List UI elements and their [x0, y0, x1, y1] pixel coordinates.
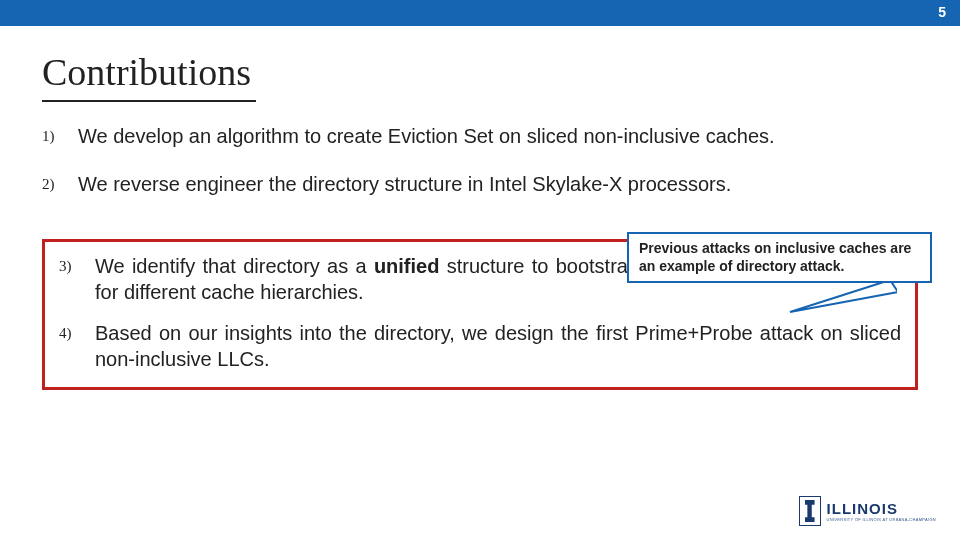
item-text: We develop an algorithm to create Evicti… [78, 124, 918, 150]
logo: ILLINOIS UNIVERSITY OF ILLINOIS AT URBAN… [799, 496, 936, 526]
list-item: 2) We reverse engineer the directory str… [42, 172, 918, 198]
logo-main-text: ILLINOIS [827, 501, 936, 516]
item-text: Based on our insights into the directory… [95, 321, 901, 372]
illinois-i-icon [799, 496, 821, 526]
item-text: We reverse engineer the directory struct… [78, 172, 918, 198]
item-number: 3) [59, 254, 95, 276]
callout-text: Previous attacks on inclusive caches are… [639, 240, 911, 274]
item-number: 1) [42, 124, 78, 146]
slide-title: Contributions [42, 50, 960, 94]
list-item: 1) We develop an algorithm to create Evi… [42, 124, 918, 150]
callout-box: Previous attacks on inclusive caches are… [627, 232, 932, 283]
list-item: 4) Based on our insights into the direct… [59, 321, 901, 372]
logo-text: ILLINOIS UNIVERSITY OF ILLINOIS AT URBAN… [827, 501, 936, 522]
header-bar: 5 [0, 0, 960, 26]
svg-marker-0 [790, 280, 898, 312]
bold-text: unified [374, 255, 440, 277]
item-number: 4) [59, 321, 95, 343]
page-number: 5 [938, 4, 946, 20]
item-number: 2) [42, 172, 78, 194]
logo-sub-text: UNIVERSITY OF ILLINOIS AT URBANA-CHAMPAI… [827, 518, 936, 522]
content-area: 1) We develop an algorithm to create Evi… [0, 102, 960, 390]
